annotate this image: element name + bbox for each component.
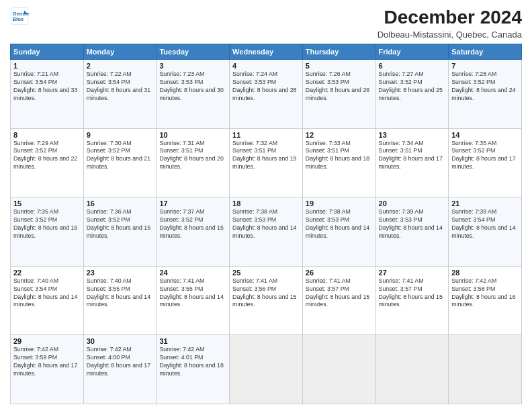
week-row-5: 29Sunrise: 7:42 AM Sunset: 3:59 PM Dayli… bbox=[11, 335, 522, 404]
calendar-cell: 23Sunrise: 7:40 AM Sunset: 3:55 PM Dayli… bbox=[83, 266, 157, 335]
day-info: Sunrise: 7:41 AM Sunset: 3:57 PM Dayligh… bbox=[306, 277, 373, 310]
calendar-cell: 27Sunrise: 7:41 AM Sunset: 3:57 PM Dayli… bbox=[375, 266, 449, 335]
day-info: Sunrise: 7:24 AM Sunset: 3:53 PM Dayligh… bbox=[232, 71, 300, 103]
day-info: Sunrise: 7:28 AM Sunset: 3:52 PM Dayligh… bbox=[451, 71, 519, 103]
day-info: Sunrise: 7:41 AM Sunset: 3:55 PM Dayligh… bbox=[159, 277, 226, 310]
day-number: 20 bbox=[379, 199, 446, 208]
day-number: 6 bbox=[379, 62, 446, 70]
day-number: 22 bbox=[13, 269, 81, 277]
main-title: December 2024 bbox=[378, 7, 522, 28]
day-number: 24 bbox=[159, 269, 226, 277]
day-number: 14 bbox=[451, 131, 519, 139]
day-number: 7 bbox=[451, 62, 519, 70]
calendar-cell: 3Sunrise: 7:23 AM Sunset: 3:53 PM Daylig… bbox=[157, 60, 230, 129]
day-number: 5 bbox=[306, 62, 373, 70]
header-sunday: Sunday bbox=[11, 44, 84, 60]
header-thursday: Thursday bbox=[302, 44, 375, 60]
day-number: 11 bbox=[232, 131, 300, 139]
day-number: 23 bbox=[87, 269, 154, 277]
header-tuesday: Tuesday bbox=[157, 44, 230, 60]
day-number: 18 bbox=[232, 199, 300, 208]
calendar-cell: 19Sunrise: 7:38 AM Sunset: 3:53 PM Dayli… bbox=[302, 197, 375, 267]
header: General Blue December 2024 Dolbeau-Mista… bbox=[10, 7, 522, 40]
calendar-cell: 12Sunrise: 7:33 AM Sunset: 3:51 PM Dayli… bbox=[302, 128, 375, 197]
day-number: 25 bbox=[232, 269, 300, 277]
calendar-cell: 15Sunrise: 7:35 AM Sunset: 3:52 PM Dayli… bbox=[11, 197, 84, 267]
day-number: 4 bbox=[232, 62, 300, 70]
day-info: Sunrise: 7:39 AM Sunset: 3:53 PM Dayligh… bbox=[379, 208, 446, 240]
header-saturday: Saturday bbox=[449, 44, 522, 60]
day-number: 26 bbox=[306, 269, 373, 277]
page: General Blue December 2024 Dolbeau-Mista… bbox=[0, 0, 532, 411]
day-info: Sunrise: 7:35 AM Sunset: 3:52 PM Dayligh… bbox=[13, 208, 81, 240]
day-number: 15 bbox=[13, 199, 81, 208]
calendar-cell: 21Sunrise: 7:39 AM Sunset: 3:54 PM Dayli… bbox=[449, 197, 522, 267]
day-info: Sunrise: 7:38 AM Sunset: 3:53 PM Dayligh… bbox=[306, 208, 373, 240]
day-number: 12 bbox=[306, 131, 373, 139]
day-number: 1 bbox=[13, 62, 81, 70]
day-number: 2 bbox=[87, 62, 154, 70]
day-number: 31 bbox=[159, 337, 226, 345]
day-info: Sunrise: 7:41 AM Sunset: 3:56 PM Dayligh… bbox=[232, 277, 300, 310]
day-number: 30 bbox=[87, 337, 154, 345]
week-row-1: 1Sunrise: 7:21 AM Sunset: 3:54 PM Daylig… bbox=[11, 60, 522, 129]
day-info: Sunrise: 7:22 AM Sunset: 3:54 PM Dayligh… bbox=[87, 71, 154, 103]
day-info: Sunrise: 7:31 AM Sunset: 3:51 PM Dayligh… bbox=[159, 140, 226, 172]
day-info: Sunrise: 7:42 AM Sunset: 4:01 PM Dayligh… bbox=[159, 346, 226, 378]
calendar-cell: 2Sunrise: 7:22 AM Sunset: 3:54 PM Daylig… bbox=[83, 60, 157, 129]
calendar-table: Sunday Monday Tuesday Wednesday Thursday… bbox=[10, 44, 522, 404]
day-info: Sunrise: 7:42 AM Sunset: 4:00 PM Dayligh… bbox=[87, 346, 154, 378]
day-info: Sunrise: 7:42 AM Sunset: 3:59 PM Dayligh… bbox=[13, 346, 81, 378]
calendar-cell: 20Sunrise: 7:39 AM Sunset: 3:53 PM Dayli… bbox=[375, 197, 449, 267]
svg-text:Blue: Blue bbox=[13, 16, 24, 22]
calendar-cell: 6Sunrise: 7:27 AM Sunset: 3:52 PM Daylig… bbox=[375, 60, 449, 129]
calendar-cell: 25Sunrise: 7:41 AM Sunset: 3:56 PM Dayli… bbox=[230, 266, 303, 335]
calendar-cell: 5Sunrise: 7:26 AM Sunset: 3:53 PM Daylig… bbox=[302, 60, 375, 129]
logo-icon: General Blue bbox=[10, 7, 29, 26]
day-number: 19 bbox=[306, 199, 373, 208]
day-info: Sunrise: 7:23 AM Sunset: 3:53 PM Dayligh… bbox=[159, 71, 226, 103]
day-number: 28 bbox=[451, 269, 519, 277]
calendar-cell bbox=[302, 335, 375, 404]
calendar-cell: 10Sunrise: 7:31 AM Sunset: 3:51 PM Dayli… bbox=[157, 128, 230, 197]
day-number: 17 bbox=[159, 199, 226, 208]
day-info: Sunrise: 7:42 AM Sunset: 3:58 PM Dayligh… bbox=[451, 277, 519, 310]
day-info: Sunrise: 7:40 AM Sunset: 3:54 PM Dayligh… bbox=[13, 277, 81, 310]
calendar-cell: 4Sunrise: 7:24 AM Sunset: 3:53 PM Daylig… bbox=[230, 60, 303, 129]
subtitle: Dolbeau-Mistassini, Quebec, Canada bbox=[378, 30, 522, 40]
calendar-cell: 29Sunrise: 7:42 AM Sunset: 3:59 PM Dayli… bbox=[11, 335, 84, 404]
day-info: Sunrise: 7:41 AM Sunset: 3:57 PM Dayligh… bbox=[379, 277, 446, 310]
calendar-cell: 28Sunrise: 7:42 AM Sunset: 3:58 PM Dayli… bbox=[449, 266, 522, 335]
calendar-header-row: Sunday Monday Tuesday Wednesday Thursday… bbox=[11, 44, 522, 60]
header-wednesday: Wednesday bbox=[230, 44, 303, 60]
calendar-cell: 22Sunrise: 7:40 AM Sunset: 3:54 PM Dayli… bbox=[11, 266, 84, 335]
calendar-cell: 1Sunrise: 7:21 AM Sunset: 3:54 PM Daylig… bbox=[11, 60, 84, 129]
calendar-cell: 18Sunrise: 7:38 AM Sunset: 3:53 PM Dayli… bbox=[230, 197, 303, 267]
calendar-cell: 24Sunrise: 7:41 AM Sunset: 3:55 PM Dayli… bbox=[157, 266, 230, 335]
day-info: Sunrise: 7:35 AM Sunset: 3:52 PM Dayligh… bbox=[451, 140, 519, 172]
day-info: Sunrise: 7:33 AM Sunset: 3:51 PM Dayligh… bbox=[306, 140, 373, 172]
title-block: December 2024 Dolbeau-Mistassini, Quebec… bbox=[378, 7, 522, 40]
calendar-cell: 8Sunrise: 7:29 AM Sunset: 3:52 PM Daylig… bbox=[11, 128, 84, 197]
calendar-cell bbox=[449, 335, 522, 404]
day-info: Sunrise: 7:36 AM Sunset: 3:52 PM Dayligh… bbox=[87, 208, 154, 240]
day-number: 27 bbox=[379, 269, 446, 277]
header-monday: Monday bbox=[83, 44, 157, 60]
header-friday: Friday bbox=[375, 44, 449, 60]
day-info: Sunrise: 7:38 AM Sunset: 3:53 PM Dayligh… bbox=[232, 208, 300, 240]
day-number: 13 bbox=[379, 131, 446, 139]
day-number: 9 bbox=[87, 131, 154, 139]
calendar-cell: 13Sunrise: 7:34 AM Sunset: 3:51 PM Dayli… bbox=[375, 128, 449, 197]
day-info: Sunrise: 7:21 AM Sunset: 3:54 PM Dayligh… bbox=[13, 71, 81, 103]
week-row-2: 8Sunrise: 7:29 AM Sunset: 3:52 PM Daylig… bbox=[11, 128, 522, 197]
day-number: 3 bbox=[159, 62, 226, 70]
day-info: Sunrise: 7:30 AM Sunset: 3:52 PM Dayligh… bbox=[87, 140, 154, 172]
day-number: 10 bbox=[159, 131, 226, 139]
day-info: Sunrise: 7:39 AM Sunset: 3:54 PM Dayligh… bbox=[451, 208, 519, 240]
calendar-cell bbox=[230, 335, 303, 404]
calendar-cell bbox=[375, 335, 449, 404]
calendar-cell: 16Sunrise: 7:36 AM Sunset: 3:52 PM Dayli… bbox=[83, 197, 157, 267]
day-number: 8 bbox=[13, 131, 81, 139]
calendar-cell: 11Sunrise: 7:32 AM Sunset: 3:51 PM Dayli… bbox=[230, 128, 303, 197]
calendar-cell: 26Sunrise: 7:41 AM Sunset: 3:57 PM Dayli… bbox=[302, 266, 375, 335]
